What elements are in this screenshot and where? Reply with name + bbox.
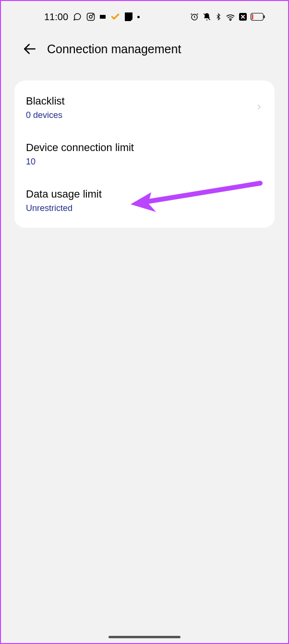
device-limit-value: 10 xyxy=(26,157,134,167)
more-dot-icon xyxy=(137,16,140,18)
blacklist-title: Blacklist xyxy=(26,95,65,107)
instagram-icon xyxy=(86,12,95,21)
checkmark-icon xyxy=(110,12,120,22)
app-icon xyxy=(100,14,106,20)
svg-rect-3 xyxy=(100,15,106,19)
note-icon xyxy=(125,12,132,21)
svg-point-2 xyxy=(93,14,94,15)
blacklist-value: 0 devices xyxy=(26,110,65,120)
setting-data-limit[interactable]: Data usage limit Unrestricted xyxy=(14,177,275,224)
page-header: Connection management xyxy=(1,28,288,71)
no-sim-icon xyxy=(239,13,247,21)
wifi-icon xyxy=(226,13,235,21)
back-arrow-icon[interactable] xyxy=(22,41,37,57)
battery-low-icon xyxy=(251,13,265,21)
whatsapp-icon xyxy=(73,12,82,21)
notification-muted-icon xyxy=(203,12,211,21)
home-indicator[interactable] xyxy=(108,636,181,638)
device-limit-title: Device connection limit xyxy=(26,141,134,154)
status-right xyxy=(190,12,265,21)
page-title: Connection management xyxy=(47,42,181,56)
setting-blacklist[interactable]: Blacklist 0 devices xyxy=(14,84,275,131)
data-limit-title: Data usage limit xyxy=(26,188,102,200)
alarm-icon xyxy=(190,12,199,21)
data-limit-value: Unrestricted xyxy=(26,203,102,213)
svg-point-1 xyxy=(89,15,92,18)
setting-device-limit[interactable]: Device connection limit 10 xyxy=(14,131,275,177)
svg-rect-9 xyxy=(252,14,253,20)
bluetooth-icon xyxy=(215,12,222,21)
svg-point-6 xyxy=(230,20,231,21)
status-time: 11:00 xyxy=(44,12,68,23)
settings-card: Blacklist 0 devices Device connection li… xyxy=(14,81,275,228)
status-left: 11:00 xyxy=(44,12,140,23)
svg-rect-10 xyxy=(264,15,265,18)
chevron-right-icon xyxy=(255,101,263,115)
status-bar: 11:00 xyxy=(1,1,288,28)
